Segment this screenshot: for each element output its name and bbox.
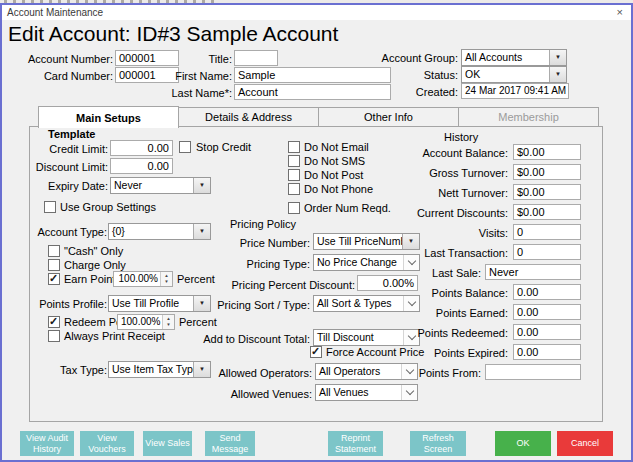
- account-number-field[interactable]: 000001: [115, 50, 179, 66]
- charge-only-checkbox[interactable]: [48, 259, 60, 271]
- order-num-reqd-label: Order Num Reqd.: [304, 202, 391, 215]
- do-not-post-label: Do Not Post: [304, 169, 363, 182]
- stop-credit-label: Stop Credit: [196, 141, 251, 154]
- tab-other-info[interactable]: Other Info: [318, 107, 459, 127]
- history-caption: History: [440, 131, 482, 143]
- current-discounts-field: $0.00: [513, 204, 581, 220]
- dropdown-arrow-icon[interactable]: ▼: [549, 67, 566, 82]
- account-number-label: Account Number:: [18, 52, 113, 66]
- do-not-email-checkbox[interactable]: [288, 141, 300, 153]
- allowed-venues-label: Allowed Venues:: [210, 387, 312, 401]
- tab-membership: Membership: [458, 107, 599, 127]
- status-dropdown[interactable]: OK ▼: [461, 66, 567, 83]
- first-name-label: First Name:: [150, 69, 232, 83]
- do-not-phone-label: Do Not Phone: [304, 183, 373, 196]
- status-label: Status:: [356, 68, 458, 82]
- last-transaction-field: 0: [513, 244, 581, 260]
- expiry-date-dropdown[interactable]: Never ▼: [110, 177, 211, 194]
- view-sales-button[interactable]: View Sales: [143, 431, 192, 456]
- account-group-label: Account Group:: [356, 51, 458, 65]
- cancel-button[interactable]: Cancel: [557, 431, 613, 456]
- points-expired-label: Points Expired:: [390, 346, 508, 360]
- view-vouchers-button[interactable]: View Vouchers: [80, 431, 134, 456]
- send-message-button[interactable]: Send Message: [205, 431, 255, 456]
- last-sale-field: Never: [485, 264, 581, 280]
- cash-only-checkbox[interactable]: [48, 245, 60, 257]
- allowed-venues-dropdown[interactable]: All Venues: [315, 384, 418, 401]
- do-not-sms-checkbox[interactable]: [288, 155, 300, 167]
- earn-points-checkbox[interactable]: [48, 273, 60, 285]
- account-balance-label: Account Balance:: [390, 146, 508, 160]
- background-window-sliver: [0, 0, 633, 3]
- close-icon[interactable]: ×: [617, 6, 623, 18]
- account-type-label: Account Type:: [28, 225, 107, 239]
- title-label: Title:: [190, 52, 232, 66]
- view-audit-history-button[interactable]: View Audit History: [20, 431, 74, 456]
- force-account-price-checkbox[interactable]: [310, 346, 322, 358]
- created-field: 24 Mar 2017 09:41 AM: [461, 83, 569, 99]
- do-not-email-label: Do Not Email: [304, 141, 369, 154]
- pricing-policy-caption: Pricing Policy: [226, 218, 300, 230]
- use-group-settings-checkbox[interactable]: [44, 201, 56, 213]
- do-not-sms-label: Do Not SMS: [304, 155, 365, 168]
- nett-turnover-field: $0.00: [513, 184, 581, 200]
- gross-turnover-label: Gross Turnover:: [390, 166, 508, 180]
- always-print-receipt-label: Always Print Receipt: [64, 330, 165, 343]
- title-field[interactable]: [234, 50, 278, 66]
- redeem-points-percent-field[interactable]: 100.00% ▲▼: [117, 314, 175, 330]
- last-sale-label: Last Sale:: [363, 266, 481, 280]
- points-redeemed-field: 0.00: [513, 324, 581, 340]
- credit-limit-field[interactable]: 0.00: [110, 140, 173, 156]
- dropdown-arrow-icon[interactable]: ▼: [549, 50, 566, 65]
- use-group-settings-label: Use Group Settings: [60, 201, 156, 214]
- always-print-receipt-checkbox[interactable]: [48, 330, 60, 342]
- pricing-percent-discount-label: Pricing Percent Discount:: [225, 278, 355, 292]
- earn-points-percent-label: Percent: [177, 273, 215, 286]
- points-balance-field: 0.00: [513, 284, 581, 300]
- earn-points-percent-field[interactable]: 100.00% ▲▼: [113, 271, 173, 287]
- tax-type-label: Tax Type:: [28, 363, 107, 377]
- tab-details-address[interactable]: Details & Address: [178, 107, 319, 127]
- expiry-date-label: Expiry Date:: [30, 179, 108, 193]
- window-title: Account Maintenance: [7, 7, 103, 18]
- tax-type-dropdown[interactable]: Use Item Tax Type ▼: [108, 361, 211, 378]
- tab-main-setups[interactable]: Main Setups: [38, 106, 179, 128]
- title-bar: Account Maintenance ×: [2, 5, 631, 20]
- refresh-screen-button[interactable]: Refresh Screen: [410, 431, 466, 456]
- dropdown-arrow-icon[interactable]: ▼: [193, 362, 210, 377]
- card-number-label: Card Number:: [18, 69, 113, 83]
- spinner-up-down-icon[interactable]: ▲▼: [162, 315, 174, 329]
- pricing-type-label: Pricing Type:: [190, 257, 310, 271]
- spinner-up-down-icon[interactable]: ▲▼: [160, 272, 172, 286]
- discount-limit-field[interactable]: 0.00: [110, 158, 173, 174]
- price-number-label: Price Number:: [190, 236, 310, 250]
- template-groupbox-caption: Template: [44, 128, 99, 140]
- credit-limit-label: Credit Limit:: [30, 142, 108, 156]
- dropdown-arrow-icon[interactable]: ▼: [193, 178, 210, 193]
- points-balance-label: Points Balance:: [390, 286, 508, 300]
- reprint-statement-button[interactable]: Reprint Statement: [328, 431, 383, 456]
- points-from-label: Points From:: [363, 366, 481, 380]
- page-title: Edit Account: ID#3 Sample Account: [8, 22, 338, 46]
- visits-field: 0: [513, 224, 581, 240]
- points-earned-field: 0.00: [513, 304, 581, 320]
- current-discounts-label: Current Discounts:: [390, 206, 508, 220]
- account-maintenance-dialog: Account Maintenance × Edit Account: ID#3…: [0, 0, 633, 462]
- chevron-down-icon[interactable]: [401, 385, 417, 400]
- gross-turnover-field: $0.00: [513, 164, 581, 180]
- redeem-points-checkbox[interactable]: [48, 316, 60, 328]
- points-redeemed-label: Points Redeemed:: [390, 326, 508, 340]
- do-not-phone-checkbox[interactable]: [288, 183, 300, 195]
- account-group-dropdown[interactable]: All Accounts ▼: [461, 49, 567, 66]
- allowed-operators-label: Allowed Operators:: [210, 366, 312, 380]
- points-earned-label: Points Earned:: [390, 306, 508, 320]
- add-to-discount-total-label: Add to Discount Total:: [190, 332, 310, 346]
- last-name-label: Last Name*:: [150, 86, 232, 100]
- ok-button[interactable]: OK: [495, 431, 551, 456]
- redeem-points-percent-label: Percent: [179, 316, 217, 329]
- order-num-reqd-checkbox[interactable]: [288, 202, 300, 214]
- stop-credit-checkbox[interactable]: [179, 141, 191, 153]
- last-transaction-label: Last Transaction:: [390, 246, 508, 260]
- do-not-post-checkbox[interactable]: [288, 169, 300, 181]
- cash-only-label: "Cash" Only: [64, 245, 123, 258]
